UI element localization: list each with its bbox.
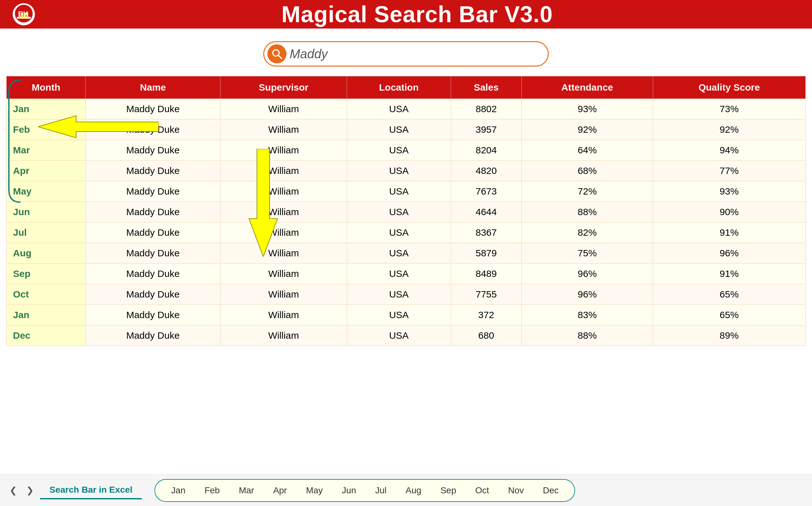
table-row: AugMaddy DukeWilliamUSA587975%96% <box>7 243 806 264</box>
cell-data: 82% <box>522 223 653 243</box>
cell-data: USA <box>347 325 451 346</box>
cell-data: William <box>220 264 347 284</box>
cell-data: William <box>220 305 347 325</box>
cell-data: Maddy Duke <box>86 243 220 264</box>
month-tabs: JanFebMarAprMayJunJulAugSepOctNovDec <box>154 479 575 502</box>
table-row: JulMaddy DukeWilliamUSA836782%91% <box>7 223 806 243</box>
cell-data: 65% <box>653 284 805 305</box>
table-row: JunMaddy DukeWilliamUSA464488%90% <box>7 202 806 223</box>
nav-prev-button[interactable]: ❮ <box>6 484 20 497</box>
search-icon <box>267 45 286 63</box>
svg-rect-5 <box>24 14 26 19</box>
month-tab-jun[interactable]: Jun <box>332 482 366 499</box>
cell-data: 93% <box>522 99 653 119</box>
logo: RK <box>13 3 35 25</box>
cell-data: 73% <box>653 99 805 119</box>
table-row: MarMaddy DukeWilliamUSA820464%94% <box>7 140 806 161</box>
cell-data: 8489 <box>451 264 522 284</box>
month-tab-dec[interactable]: Dec <box>534 482 568 499</box>
cell-data: Maddy Duke <box>86 223 220 243</box>
left-bracket-decoration <box>6 77 21 205</box>
table-row: SepMaddy DukeWilliamUSA848996%91% <box>7 264 806 284</box>
cell-data: USA <box>347 243 451 264</box>
cell-month: Jul <box>7 223 86 243</box>
cell-data: USA <box>347 305 451 325</box>
cell-data: 8204 <box>451 140 522 161</box>
nav-next-button[interactable]: ❯ <box>23 484 37 497</box>
month-tab-apr[interactable]: Apr <box>264 482 296 499</box>
header: RK Magical Search Bar V3.0 <box>0 0 812 28</box>
cell-data: 4644 <box>451 202 522 223</box>
svg-rect-4 <box>21 13 23 19</box>
month-tab-mar[interactable]: Mar <box>229 482 264 499</box>
cell-data: 96% <box>522 264 653 284</box>
cell-data: 94% <box>653 140 805 161</box>
cell-data: William <box>220 161 347 181</box>
cell-data: 68% <box>522 161 653 181</box>
svg-rect-6 <box>26 12 28 19</box>
cell-month: Oct <box>7 284 86 305</box>
month-tab-oct[interactable]: Oct <box>466 482 498 499</box>
cell-data: 8802 <box>451 99 522 119</box>
svg-rect-3 <box>19 15 21 19</box>
cell-data: 64% <box>522 140 653 161</box>
cell-data: USA <box>347 202 451 223</box>
cell-data: USA <box>347 99 451 119</box>
cell-data: 92% <box>653 119 805 140</box>
cell-month: Jan <box>7 305 86 325</box>
month-tab-jul[interactable]: Jul <box>366 482 396 499</box>
cell-data: USA <box>347 140 451 161</box>
cell-data: 90% <box>653 202 805 223</box>
arrow-left-decoration <box>38 114 158 140</box>
cell-data: 83% <box>522 305 653 325</box>
cell-month: Sep <box>7 264 86 284</box>
cell-data: 88% <box>522 325 653 346</box>
table-row: OctMaddy DukeWilliamUSA775596%65% <box>7 284 806 305</box>
cell-data: William <box>220 99 347 119</box>
cell-data: USA <box>347 284 451 305</box>
cell-data: Maddy Duke <box>86 140 220 161</box>
cell-data: 7755 <box>451 284 522 305</box>
cell-data: 65% <box>653 305 805 325</box>
month-tab-nov[interactable]: Nov <box>498 482 534 499</box>
search-input[interactable] <box>289 47 541 61</box>
col-quality-score: Quality Score <box>653 76 805 99</box>
cell-data: 5879 <box>451 243 522 264</box>
cell-data: 75% <box>522 243 653 264</box>
logo-text: RK <box>14 4 33 24</box>
cell-data: 96% <box>653 243 805 264</box>
cell-data: USA <box>347 264 451 284</box>
search-container <box>263 41 549 67</box>
month-tab-aug[interactable]: Aug <box>396 482 431 499</box>
cell-data: 4820 <box>451 161 522 181</box>
cell-data: Maddy Duke <box>86 305 220 325</box>
cell-month: Dec <box>7 325 86 346</box>
cell-data: 680 <box>451 325 522 346</box>
cell-data: William <box>220 223 347 243</box>
cell-data: William <box>220 140 347 161</box>
month-tab-jan[interactable]: Jan <box>161 482 195 499</box>
cell-data: William <box>220 119 347 140</box>
cell-data: 96% <box>522 284 653 305</box>
cell-data: 93% <box>653 181 805 202</box>
month-tab-feb[interactable]: Feb <box>195 482 229 499</box>
col-attendance: Attendance <box>522 76 653 99</box>
table-row: DecMaddy DukeWilliamUSA68088%89% <box>7 325 806 346</box>
month-tab-sep[interactable]: Sep <box>431 482 466 499</box>
col-location: Location <box>347 76 451 99</box>
cell-data: USA <box>347 181 451 202</box>
search-area <box>0 28 812 76</box>
active-sheet-tab[interactable]: Search Bar in Excel <box>40 482 142 499</box>
table-row: JanMaddy DukeWilliamUSA37283%65% <box>7 305 806 325</box>
cell-data: Maddy Duke <box>86 264 220 284</box>
table-row: AprMaddy DukeWilliamUSA482068%77% <box>7 161 806 181</box>
cell-data: William <box>220 243 347 264</box>
cell-data: Maddy Duke <box>86 202 220 223</box>
cell-data: 7673 <box>451 181 522 202</box>
cell-data: 89% <box>653 325 805 346</box>
cell-data: Maddy Duke <box>86 161 220 181</box>
month-tab-may[interactable]: May <box>296 482 332 499</box>
cell-data: 8367 <box>451 223 522 243</box>
col-sales: Sales <box>451 76 522 99</box>
svg-marker-10 <box>249 149 278 257</box>
